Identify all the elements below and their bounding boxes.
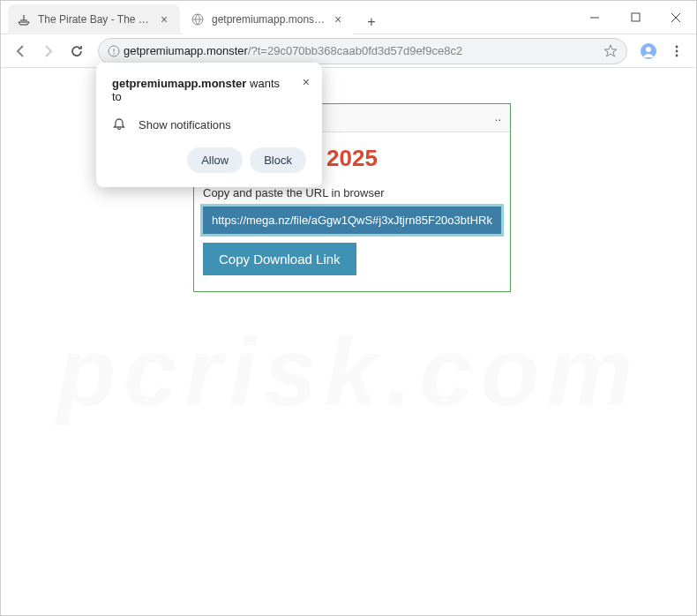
svg-rect-2 — [632, 13, 640, 21]
close-icon[interactable]: × — [331, 12, 345, 26]
permission-label: Show notifications — [139, 118, 231, 131]
profile-button[interactable] — [636, 39, 661, 64]
download-url-input[interactable]: https://mega.nz/file/aGgw1QwS#j3xJtjrn85… — [203, 207, 501, 234]
menu-button[interactable] — [664, 39, 689, 64]
notification-permission-popup: × getpremiumapp.monster wants to Show no… — [96, 63, 322, 187]
bookmark-star-icon[interactable] — [600, 44, 621, 58]
allow-button[interactable]: Allow — [187, 147, 243, 173]
url-text: getpremiumapp.monster/?t=29c070bb368caab… — [124, 44, 600, 57]
block-button[interactable]: Block — [250, 147, 306, 173]
svg-point-9 — [646, 47, 651, 52]
address-bar[interactable]: getpremiumapp.monster/?t=29c070bb368caab… — [98, 38, 627, 64]
close-icon[interactable]: × — [157, 12, 171, 26]
bell-icon — [112, 117, 126, 131]
not-secure-icon[interactable] — [104, 45, 124, 57]
back-button[interactable] — [8, 39, 33, 64]
svg-point-11 — [676, 49, 678, 52]
window-controls — [574, 1, 696, 34]
close-icon[interactable]: × — [303, 75, 310, 89]
tab-strip: The Pirate Bay - The galaxy's m × getpre… — [1, 1, 574, 34]
forward-button[interactable] — [36, 39, 61, 64]
ship-icon — [17, 12, 31, 26]
svg-point-7 — [113, 53, 114, 54]
titlebar: The Pirate Bay - The galaxy's m × getpre… — [1, 1, 696, 34]
svg-point-10 — [676, 45, 678, 48]
tab-title: getpremiumapp.monster/?t=29 — [212, 13, 326, 26]
reload-button[interactable] — [64, 39, 89, 64]
new-tab-button[interactable]: + — [359, 10, 384, 34]
close-window-button[interactable] — [656, 1, 696, 34]
tab-piratebay[interactable]: The Pirate Bay - The galaxy's m × — [8, 4, 180, 34]
notification-prompt-text: getpremiumapp.monster wants to — [112, 77, 306, 103]
tab-title: The Pirate Bay - The galaxy's m — [38, 13, 152, 26]
watermark: pcrisk.com — [1, 315, 696, 427]
globe-icon — [191, 12, 205, 26]
minimize-button[interactable] — [574, 1, 615, 34]
copy-download-link-button[interactable]: Copy Download Link — [203, 243, 356, 275]
instruction-text: Copy and paste the URL in browser — [203, 186, 501, 199]
tab-current[interactable]: getpremiumapp.monster/?t=29 × — [182, 4, 354, 34]
svg-point-12 — [676, 54, 678, 56]
maximize-button[interactable] — [615, 1, 656, 34]
